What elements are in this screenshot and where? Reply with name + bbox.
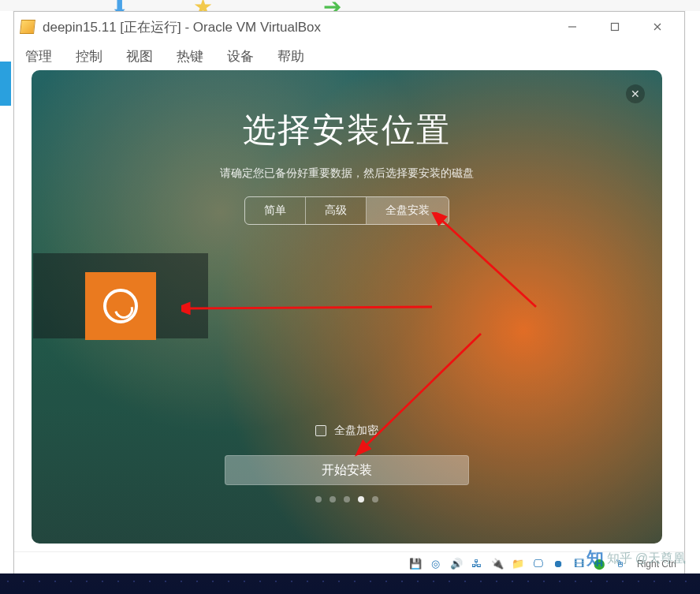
fulldisk-encrypt-label: 全盘加密 xyxy=(334,424,378,438)
installer-title: 选择安装位置 xyxy=(32,108,662,152)
step-dot-4 xyxy=(358,496,364,502)
menu-help[interactable]: 帮助 xyxy=(277,47,304,65)
status-shared-folder-icon[interactable]: 📁 xyxy=(509,555,527,573)
menu-hotkeys[interactable]: 热键 xyxy=(177,47,203,65)
status-disc-icon[interactable]: ◎ xyxy=(427,555,445,573)
status-usb-icon[interactable]: 🔌 xyxy=(489,555,506,573)
install-mode-segmented: 简单 高级 全盘安装 xyxy=(244,196,449,225)
window-controls xyxy=(561,16,680,38)
titlebar: deepin15.11 [正在运行] - Oracle VM VirtualBo… xyxy=(14,12,684,42)
tab-advanced[interactable]: 高级 xyxy=(306,197,367,224)
zhihu-site-label: 知乎 xyxy=(607,551,632,567)
menu-control[interactable]: 控制 xyxy=(76,47,102,65)
status-network-icon[interactable]: 🖧 xyxy=(468,555,486,573)
close-button[interactable] xyxy=(646,16,668,38)
blue-sidebar-fragment xyxy=(0,62,11,106)
installer-subtitle: 请确定您已备份好重要数据，然后选择要安装的磁盘 xyxy=(32,166,662,181)
installer-close-button[interactable]: ✕ xyxy=(626,84,645,103)
status-record-icon[interactable]: ⏺ xyxy=(550,555,568,573)
step-dot-1 xyxy=(315,496,322,502)
step-dot-2 xyxy=(330,496,336,502)
status-hdd-icon[interactable]: 💾 xyxy=(407,555,424,573)
window-title: deepin15.11 [正在运行] - Oracle VM VirtualBo… xyxy=(43,18,561,36)
vbox-statusbar: 💾 ◎ 🔊 🖧 🔌 📁 🖵 ⏺ 🎞 ⬤ 🖱 Right Ctrl xyxy=(14,551,684,575)
tab-fulldisk[interactable]: 全盘安装 xyxy=(367,197,449,224)
menu-view[interactable]: 视图 xyxy=(126,47,153,65)
step-dot-5 xyxy=(372,496,378,502)
zhihu-user-label: @天尊凰 xyxy=(635,551,686,567)
status-video-icon[interactable]: 🎞 xyxy=(571,555,588,573)
virtualbox-window: deepin15.11 [正在运行] - Oracle VM VirtualBo… xyxy=(13,11,685,576)
deepin-swirl-icon xyxy=(103,289,138,323)
maximize-button[interactable] xyxy=(604,16,626,38)
fulldisk-encrypt-checkbox[interactable] xyxy=(315,425,326,436)
fulldisk-encrypt-row: 全盘加密 xyxy=(315,424,378,438)
zhihu-watermark: 知 知乎 @天尊凰 xyxy=(586,547,686,570)
guest-display-area: ✕ 选择安装位置 请确定您已备份好重要数据，然后选择要安装的磁盘 简单 高级 全… xyxy=(14,70,684,575)
app-icon xyxy=(20,20,35,34)
deepin-logo-tile xyxy=(85,272,156,340)
step-dot-3 xyxy=(344,496,350,502)
menu-devices[interactable]: 设备 xyxy=(227,47,254,65)
menubar: 管理 控制 视图 热键 设备 帮助 xyxy=(14,42,684,70)
installer-panel: ✕ 选择安装位置 请确定您已备份好重要数据，然后选择要安装的磁盘 简单 高级 全… xyxy=(32,70,662,544)
start-install-button[interactable]: 开始安装 xyxy=(225,455,469,485)
menu-manage[interactable]: 管理 xyxy=(25,47,52,65)
svg-rect-1 xyxy=(612,24,619,31)
disk-target-card[interactable] xyxy=(33,253,208,338)
backdrop-toolbar: ⬇ ★ ➔ xyxy=(0,0,700,11)
status-audio-icon[interactable]: 🔊 xyxy=(448,555,465,573)
tab-simple[interactable]: 简单 xyxy=(245,197,306,224)
status-display-icon[interactable]: 🖵 xyxy=(530,555,547,573)
step-pager xyxy=(315,496,378,502)
minimize-button[interactable] xyxy=(561,16,583,38)
page-footer-strip xyxy=(0,573,700,594)
zhihu-logo-icon: 知 xyxy=(586,547,604,570)
